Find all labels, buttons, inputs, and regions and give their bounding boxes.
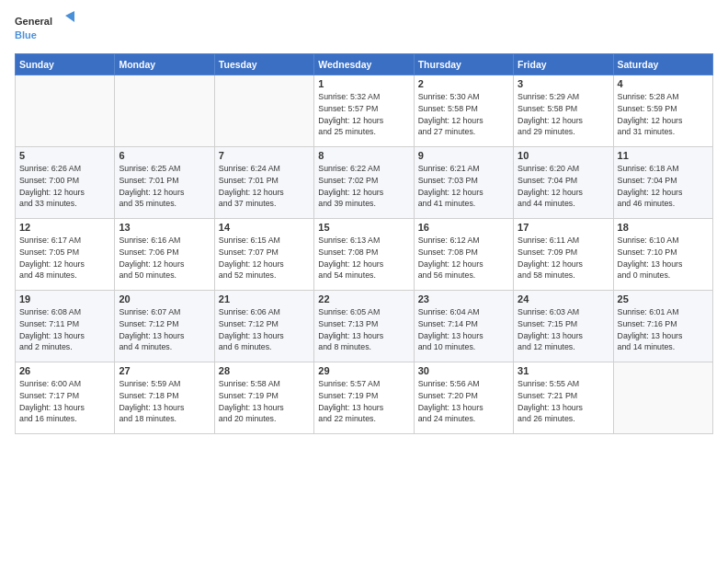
day-number: 31 bbox=[518, 365, 609, 376]
calendar-cell: 12Sunrise: 6:17 AM Sunset: 7:05 PM Dayli… bbox=[16, 219, 115, 291]
day-number: 5 bbox=[19, 150, 110, 161]
day-info: Sunrise: 6:05 AM Sunset: 7:13 PM Dayligh… bbox=[318, 306, 409, 353]
logo: General Blue bbox=[15, 11, 77, 48]
day-info: Sunrise: 6:06 AM Sunset: 7:12 PM Dayligh… bbox=[219, 306, 310, 353]
calendar-cell: 23Sunrise: 6:04 AM Sunset: 7:14 PM Dayli… bbox=[414, 291, 513, 362]
day-info: Sunrise: 6:13 AM Sunset: 7:08 PM Dayligh… bbox=[318, 235, 409, 282]
day-info: Sunrise: 6:00 AM Sunset: 7:17 PM Dayligh… bbox=[19, 378, 110, 425]
day-number: 23 bbox=[418, 293, 509, 304]
calendar-cell: 22Sunrise: 6:05 AM Sunset: 7:13 PM Dayli… bbox=[314, 291, 414, 362]
calendar-cell: 7Sunrise: 6:24 AM Sunset: 7:01 PM Daylig… bbox=[214, 147, 313, 219]
day-info: Sunrise: 6:03 AM Sunset: 7:15 PM Dayligh… bbox=[518, 306, 609, 353]
day-number: 10 bbox=[518, 150, 609, 161]
calendar-cell: 9Sunrise: 6:21 AM Sunset: 7:03 PM Daylig… bbox=[414, 147, 513, 219]
day-number: 11 bbox=[618, 150, 709, 161]
calendar-cell: 31Sunrise: 5:55 AM Sunset: 7:21 PM Dayli… bbox=[514, 362, 613, 434]
calendar-header-thursday: Thursday bbox=[414, 54, 513, 75]
calendar-cell: 21Sunrise: 6:06 AM Sunset: 7:12 PM Dayli… bbox=[214, 291, 313, 362]
day-number: 6 bbox=[119, 150, 210, 161]
day-number: 24 bbox=[518, 293, 609, 304]
calendar-cell: 6Sunrise: 6:25 AM Sunset: 7:01 PM Daylig… bbox=[115, 147, 214, 219]
day-info: Sunrise: 6:24 AM Sunset: 7:01 PM Dayligh… bbox=[219, 163, 310, 210]
day-info: Sunrise: 6:01 AM Sunset: 7:16 PM Dayligh… bbox=[618, 306, 709, 353]
calendar-cell: 14Sunrise: 6:15 AM Sunset: 7:07 PM Dayli… bbox=[214, 219, 313, 291]
day-info: Sunrise: 5:57 AM Sunset: 7:19 PM Dayligh… bbox=[318, 378, 409, 425]
logo-svg: General Blue bbox=[15, 11, 77, 48]
calendar-cell: 30Sunrise: 5:56 AM Sunset: 7:20 PM Dayli… bbox=[414, 362, 513, 434]
day-info: Sunrise: 6:12 AM Sunset: 7:08 PM Dayligh… bbox=[418, 235, 509, 282]
day-info: Sunrise: 6:20 AM Sunset: 7:04 PM Dayligh… bbox=[518, 163, 609, 210]
day-info: Sunrise: 6:08 AM Sunset: 7:11 PM Dayligh… bbox=[19, 306, 110, 353]
page: General Blue SundayMondayTuesdayWednesda… bbox=[0, 0, 728, 563]
calendar-header-row: SundayMondayTuesdayWednesdayThursdayFrid… bbox=[16, 54, 713, 75]
day-info: Sunrise: 6:17 AM Sunset: 7:05 PM Dayligh… bbox=[19, 235, 110, 282]
calendar-cell bbox=[16, 75, 115, 147]
calendar-week-row: 26Sunrise: 6:00 AM Sunset: 7:17 PM Dayli… bbox=[16, 362, 713, 434]
day-info: Sunrise: 5:59 AM Sunset: 7:18 PM Dayligh… bbox=[119, 378, 210, 425]
day-info: Sunrise: 6:21 AM Sunset: 7:03 PM Dayligh… bbox=[418, 163, 509, 210]
calendar-cell bbox=[214, 75, 313, 147]
day-number: 26 bbox=[19, 365, 110, 376]
day-number: 3 bbox=[518, 78, 609, 89]
calendar-cell: 18Sunrise: 6:10 AM Sunset: 7:10 PM Dayli… bbox=[613, 219, 712, 291]
calendar-cell: 11Sunrise: 6:18 AM Sunset: 7:04 PM Dayli… bbox=[613, 147, 712, 219]
day-info: Sunrise: 5:28 AM Sunset: 5:59 PM Dayligh… bbox=[618, 91, 709, 138]
calendar-header-tuesday: Tuesday bbox=[214, 54, 313, 75]
calendar-week-row: 5Sunrise: 6:26 AM Sunset: 7:00 PM Daylig… bbox=[16, 147, 713, 219]
day-number: 28 bbox=[219, 365, 310, 376]
day-info: Sunrise: 6:25 AM Sunset: 7:01 PM Dayligh… bbox=[119, 163, 210, 210]
day-number: 30 bbox=[418, 365, 509, 376]
day-info: Sunrise: 6:11 AM Sunset: 7:09 PM Dayligh… bbox=[518, 235, 609, 282]
day-info: Sunrise: 5:29 AM Sunset: 5:58 PM Dayligh… bbox=[518, 91, 609, 138]
day-number: 19 bbox=[19, 293, 110, 304]
svg-text:General: General bbox=[15, 16, 52, 27]
calendar-cell: 15Sunrise: 6:13 AM Sunset: 7:08 PM Dayli… bbox=[314, 219, 414, 291]
calendar-header-wednesday: Wednesday bbox=[314, 54, 414, 75]
day-number: 9 bbox=[418, 150, 509, 161]
day-info: Sunrise: 5:32 AM Sunset: 5:57 PM Dayligh… bbox=[318, 91, 409, 138]
day-info: Sunrise: 6:04 AM Sunset: 7:14 PM Dayligh… bbox=[418, 306, 509, 353]
calendar-cell: 16Sunrise: 6:12 AM Sunset: 7:08 PM Dayli… bbox=[414, 219, 513, 291]
day-info: Sunrise: 5:55 AM Sunset: 7:21 PM Dayligh… bbox=[518, 378, 609, 425]
calendar-header-saturday: Saturday bbox=[613, 54, 712, 75]
calendar-week-row: 12Sunrise: 6:17 AM Sunset: 7:05 PM Dayli… bbox=[16, 219, 713, 291]
calendar-week-row: 1Sunrise: 5:32 AM Sunset: 5:57 PM Daylig… bbox=[16, 75, 713, 147]
calendar-cell: 10Sunrise: 6:20 AM Sunset: 7:04 PM Dayli… bbox=[514, 147, 613, 219]
day-info: Sunrise: 5:30 AM Sunset: 5:58 PM Dayligh… bbox=[418, 91, 509, 138]
calendar-table: SundayMondayTuesdayWednesdayThursdayFrid… bbox=[15, 53, 713, 434]
day-info: Sunrise: 5:56 AM Sunset: 7:20 PM Dayligh… bbox=[418, 378, 509, 425]
day-number: 16 bbox=[418, 222, 509, 233]
day-number: 21 bbox=[219, 293, 310, 304]
day-number: 14 bbox=[219, 222, 310, 233]
svg-marker-3 bbox=[65, 11, 74, 22]
calendar-cell: 27Sunrise: 5:59 AM Sunset: 7:18 PM Dayli… bbox=[115, 362, 214, 434]
day-number: 1 bbox=[318, 78, 409, 89]
calendar-cell: 2Sunrise: 5:30 AM Sunset: 5:58 PM Daylig… bbox=[414, 75, 513, 147]
day-number: 12 bbox=[19, 222, 110, 233]
day-number: 8 bbox=[318, 150, 409, 161]
calendar-cell: 19Sunrise: 6:08 AM Sunset: 7:11 PM Dayli… bbox=[16, 291, 115, 362]
calendar-cell: 25Sunrise: 6:01 AM Sunset: 7:16 PM Dayli… bbox=[613, 291, 712, 362]
day-number: 25 bbox=[618, 293, 709, 304]
day-number: 4 bbox=[618, 78, 709, 89]
day-number: 2 bbox=[418, 78, 509, 89]
calendar-cell: 1Sunrise: 5:32 AM Sunset: 5:57 PM Daylig… bbox=[314, 75, 414, 147]
calendar-cell: 28Sunrise: 5:58 AM Sunset: 7:19 PM Dayli… bbox=[214, 362, 313, 434]
calendar-cell bbox=[613, 362, 712, 434]
day-info: Sunrise: 6:22 AM Sunset: 7:02 PM Dayligh… bbox=[318, 163, 409, 210]
day-number: 7 bbox=[219, 150, 310, 161]
calendar-header-friday: Friday bbox=[514, 54, 613, 75]
day-number: 15 bbox=[318, 222, 409, 233]
calendar-cell bbox=[115, 75, 214, 147]
day-info: Sunrise: 6:16 AM Sunset: 7:06 PM Dayligh… bbox=[119, 235, 210, 282]
day-number: 20 bbox=[119, 293, 210, 304]
calendar-header-monday: Monday bbox=[115, 54, 214, 75]
day-number: 29 bbox=[318, 365, 409, 376]
day-number: 13 bbox=[119, 222, 210, 233]
calendar-cell: 3Sunrise: 5:29 AM Sunset: 5:58 PM Daylig… bbox=[514, 75, 613, 147]
calendar-week-row: 19Sunrise: 6:08 AM Sunset: 7:11 PM Dayli… bbox=[16, 291, 713, 362]
day-number: 27 bbox=[119, 365, 210, 376]
calendar-header-sunday: Sunday bbox=[16, 54, 115, 75]
calendar-cell: 4Sunrise: 5:28 AM Sunset: 5:59 PM Daylig… bbox=[613, 75, 712, 147]
day-number: 17 bbox=[518, 222, 609, 233]
